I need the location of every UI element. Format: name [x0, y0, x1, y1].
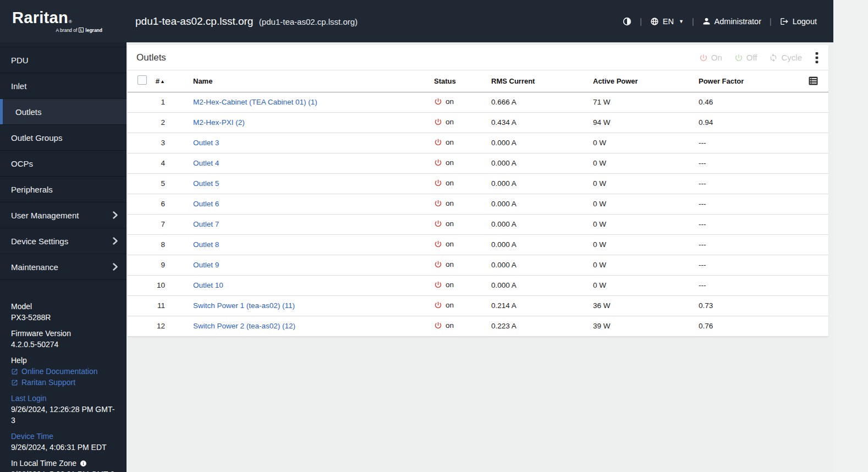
- outlet-status: on: [434, 219, 454, 228]
- outlet-name-link[interactable]: Outlet 9: [193, 261, 219, 269]
- outlet-name-link[interactable]: M2-Hex-PXI (2): [193, 118, 245, 127]
- sidebar-item-pdu[interactable]: PDU: [0, 47, 127, 73]
- status-text: on: [446, 199, 454, 207]
- raritan-logo: Raritan ® A brand of L legrand: [0, 10, 127, 33]
- table-row: 6 Outlet 6 on 0.000 A 0 W ---: [128, 194, 828, 214]
- outlet-status: on: [434, 158, 454, 167]
- external-link-icon: [11, 368, 18, 375]
- status-text: on: [446, 240, 454, 248]
- table-row: 4 Outlet 4 on 0.000 A 0 W ---: [128, 153, 828, 173]
- last-login-value: 9/26/2024, 12:26:28 PM GMT-3: [11, 404, 119, 426]
- outlet-name-link[interactable]: Switch Power 2 (tea-as02) (12): [193, 322, 295, 330]
- outlet-name-link[interactable]: Outlet 3: [193, 139, 219, 147]
- power-status-icon: [434, 179, 442, 187]
- online-documentation-link[interactable]: Online Documentation: [11, 366, 119, 377]
- sidebar-item-user-management[interactable]: User Management: [0, 202, 127, 228]
- outlet-name-link[interactable]: Outlet 6: [193, 200, 219, 208]
- column-number-sort[interactable]: #▲: [152, 70, 165, 92]
- power-status-icon: [434, 321, 442, 330]
- outlet-number: 9: [152, 255, 165, 275]
- power-factor-value: ---: [699, 133, 809, 153]
- separator: |: [692, 17, 694, 26]
- logout-button[interactable]: Logout: [780, 17, 817, 26]
- power-on-button[interactable]: On: [699, 53, 722, 62]
- online-documentation-label: Online Documentation: [21, 366, 98, 377]
- power-factor-value: 0.94: [699, 112, 809, 133]
- status-text: on: [446, 219, 454, 228]
- sidebar-item-ocps[interactable]: OCPs: [0, 151, 127, 177]
- sidebar-nav: PDU Inlet Outlets Outlet Groups OCPs Per…: [0, 47, 127, 280]
- language-selector[interactable]: EN ▼: [650, 17, 684, 26]
- rms-current-value: 0.000 A: [491, 234, 593, 255]
- power-status-icon: [434, 158, 442, 167]
- outlet-number: 12: [152, 316, 165, 336]
- sidebar-item-label: Outlet Groups: [11, 133, 62, 142]
- local-timezone-value: 9/26/2024, 5:06:31 PM GMT-3: [11, 469, 119, 472]
- tagline-brand: legrand: [85, 28, 102, 33]
- active-power-value: 0 W: [593, 173, 699, 194]
- sidebar-item-outlet-groups[interactable]: Outlet Groups: [0, 125, 127, 151]
- sidebar-item-label: PDU: [11, 56, 29, 65]
- sidebar-item-device-settings[interactable]: Device Settings: [0, 228, 127, 254]
- raritan-support-link[interactable]: Raritan Support: [11, 377, 119, 388]
- outlet-name-link[interactable]: Outlet 10: [193, 281, 223, 289]
- outlets-panel: Outlets On: [128, 45, 828, 337]
- topbar-controls: | EN ▼ | Administrator |: [623, 17, 833, 26]
- more-actions-button[interactable]: [814, 52, 820, 64]
- user-icon: [702, 17, 711, 25]
- power-status-icon: [434, 219, 442, 228]
- column-rms-current[interactable]: RMS Current: [491, 70, 593, 92]
- last-login-label: Last Login: [11, 393, 119, 404]
- raritan-support-label: Raritan Support: [21, 377, 75, 388]
- rms-current-value: 0.666 A: [491, 92, 593, 112]
- outlet-name-link[interactable]: Outlet 4: [193, 159, 219, 167]
- power-off-button[interactable]: Off: [734, 53, 757, 62]
- outlet-name-link[interactable]: Outlet 5: [193, 179, 219, 188]
- outlet-status: on: [434, 138, 454, 146]
- device-name-secondary: (pdu1-tea-as02.cp.lsst.org): [259, 17, 358, 26]
- firmware-label: Firmware Version: [11, 328, 119, 339]
- status-text: on: [446, 158, 454, 167]
- page-background: [128, 337, 828, 463]
- table-row: 7 Outlet 7 on 0.000 A 0 W ---: [128, 214, 828, 234]
- outlet-name-link[interactable]: Outlet 7: [193, 220, 219, 228]
- user-menu[interactable]: Administrator: [702, 17, 761, 26]
- outlet-status: on: [434, 260, 454, 268]
- power-status-icon: [434, 240, 442, 248]
- power-cycle-button[interactable]: Cycle: [769, 53, 802, 62]
- table-row: 5 Outlet 5 on 0.000 A 0 W ---: [128, 173, 828, 194]
- sidebar-item-peripherals[interactable]: Peripherals: [0, 177, 127, 202]
- contrast-icon: [623, 17, 631, 26]
- sidebar-item-label: Device Settings: [11, 237, 68, 246]
- select-all-checkbox[interactable]: [138, 75, 147, 85]
- column-selector-icon: [809, 76, 818, 85]
- outlet-name-link[interactable]: M2-Hex-Cabinet (TEA Cabinet 01) (1): [193, 98, 317, 106]
- info-icon[interactable]: [80, 460, 87, 467]
- sidebar-item-outlets[interactable]: Outlets: [0, 99, 127, 125]
- power-on-icon: [699, 53, 708, 62]
- contrast-toggle-button[interactable]: [623, 17, 631, 26]
- column-name[interactable]: Name: [165, 70, 434, 92]
- logout-label: Logout: [793, 17, 817, 26]
- outlet-name-link[interactable]: Switch Power 1 (tea-as02) (11): [193, 301, 295, 310]
- page-title: pdu1-tea-as02.cp.lsst.org (pdu1-tea-as02…: [127, 15, 623, 28]
- separator: |: [640, 17, 642, 26]
- sidebar-item-inlet[interactable]: Inlet: [0, 73, 127, 99]
- sidebar: PDU Inlet Outlets Outlet Groups OCPs Per…: [0, 42, 127, 472]
- column-selector-button[interactable]: [809, 76, 818, 85]
- column-status[interactable]: Status: [434, 70, 491, 92]
- outlet-name-link[interactable]: Outlet 8: [193, 240, 219, 249]
- rms-current-value: 0.223 A: [491, 316, 593, 336]
- column-power-factor[interactable]: Power Factor: [699, 70, 809, 92]
- power-factor-value: 0.46: [699, 92, 809, 112]
- brand-name: Raritan: [12, 10, 68, 26]
- rms-current-value: 0.000 A: [491, 194, 593, 214]
- column-active-power[interactable]: Active Power: [593, 70, 699, 92]
- outlet-number: 1: [152, 92, 165, 112]
- sidebar-item-maintenance[interactable]: Maintenance: [0, 254, 127, 280]
- language-label: EN: [663, 17, 674, 26]
- tagline-prefix: A brand of: [56, 28, 78, 33]
- power-status-icon: [434, 301, 442, 309]
- outlet-number: 3: [152, 133, 165, 153]
- power-status-icon: [434, 97, 442, 106]
